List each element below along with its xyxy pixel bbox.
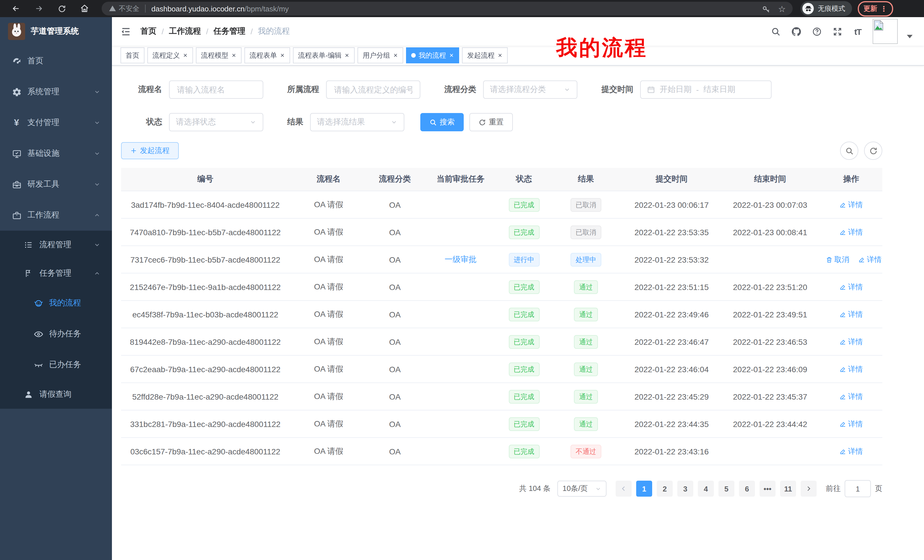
cell-actions: 详情 <box>820 355 882 383</box>
page-number-button[interactable]: 11 <box>780 481 796 497</box>
browser-reload-icon[interactable] <box>50 1 73 16</box>
cell-process-name: OA 请假 <box>290 328 368 355</box>
tab-home[interactable]: 首页 <box>120 47 144 63</box>
navbar-actions: tT <box>770 19 924 44</box>
tab-close-icon[interactable] <box>280 52 285 59</box>
page-number-button[interactable]: 4 <box>698 481 714 497</box>
app-logo-row[interactable]: 芋道管理系统 <box>0 17 112 46</box>
process-name-input[interactable] <box>169 81 263 99</box>
search-button[interactable]: 搜索 <box>420 113 464 131</box>
browser-forward-icon[interactable] <box>27 1 50 16</box>
sidebar-item-system[interactable]: 系统管理 <box>0 76 112 107</box>
search-icon <box>429 118 437 126</box>
fullscreen-icon[interactable] <box>831 26 843 37</box>
browser-home-icon[interactable] <box>73 1 96 16</box>
font-size-icon[interactable]: tT <box>852 26 864 37</box>
cell-result: 已取消 <box>549 191 623 219</box>
pen-icon <box>840 229 846 235</box>
sidebar-item-workflow[interactable]: 工作流程 <box>0 200 112 231</box>
breadcrumb-home[interactable]: 首页 <box>141 26 156 36</box>
breadcrumb-task-management[interactable]: 任务管理 <box>214 26 246 36</box>
result-select[interactable]: 请选择流结果 <box>310 113 404 131</box>
avatar[interactable] <box>873 19 898 44</box>
detail-link[interactable]: 详情 <box>840 364 863 374</box>
refresh-table-button[interactable] <box>864 142 882 160</box>
sidebar-item-todo-tasks[interactable]: 待办任务 <box>0 319 112 349</box>
sidebar-item-payment[interactable]: ¥ 支付管理 <box>0 107 112 138</box>
status-select[interactable]: 请选择状态 <box>169 113 263 131</box>
sidebar-item-my-process[interactable]: 我的流程 <box>0 288 112 319</box>
github-icon[interactable] <box>790 26 802 37</box>
prev-page-button[interactable] <box>616 481 632 497</box>
browser-back-icon[interactable] <box>4 1 27 16</box>
detail-link[interactable]: 详情 <box>840 391 863 401</box>
detail-link[interactable]: 详情 <box>840 419 863 429</box>
sidebar-item-infrastructure[interactable]: 基础设施 <box>0 138 112 169</box>
detail-link[interactable]: 详情 <box>858 254 882 265</box>
tab-close-icon[interactable] <box>231 52 236 59</box>
cell-process-name: OA 请假 <box>290 437 368 465</box>
page-number-button[interactable]: 3 <box>677 481 693 497</box>
toggle-search-button[interactable] <box>840 142 858 160</box>
date-range-picker[interactable]: 开始日期 - 结束日期 <box>640 81 771 99</box>
detail-link[interactable]: 详情 <box>840 337 863 347</box>
page-number-button[interactable]: 5 <box>718 481 734 497</box>
tab-close-icon[interactable] <box>344 52 350 59</box>
process-definition-input[interactable] <box>326 81 420 99</box>
table-row: ec45f38f-7b9a-11ec-b03b-acde48001122 OA … <box>121 301 882 328</box>
sidebar-item-process-management[interactable]: 流程管理 <box>0 231 112 259</box>
cell-submit-time: 2022-01-22 23:49:46 <box>623 301 720 328</box>
tab-close-icon[interactable] <box>393 52 398 59</box>
detail-link[interactable]: 详情 <box>840 227 863 237</box>
address-bar[interactable]: 不安全 dashboard.yudao.iocoder.cn/bpm/task/… <box>102 2 793 15</box>
breadcrumb-workflow[interactable]: 工作流程 <box>169 26 201 36</box>
task-flag-icon <box>23 268 34 279</box>
sidebar-item-done-tasks[interactable]: 已办任务 <box>0 349 112 380</box>
tab-process-definition[interactable]: 流程定义 <box>147 47 193 63</box>
reset-button[interactable]: 重置 <box>470 113 513 131</box>
page-number-button[interactable]: 2 <box>657 481 673 497</box>
browser-update-button[interactable]: 更新 ⋮ <box>858 1 893 16</box>
page-number-button[interactable]: 1 <box>636 481 652 497</box>
tab-user-group[interactable]: 用户分组 <box>357 47 403 63</box>
sidebar-item-home[interactable]: 首页 <box>0 46 112 76</box>
tab-close-icon[interactable] <box>497 52 502 59</box>
cell-process-id: ec45f38f-7b9a-11ec-b03b-acde48001122 <box>121 301 290 328</box>
tab-process-form[interactable]: 流程表单 <box>244 47 290 63</box>
process-category-select[interactable]: 请选择流程分类 <box>483 81 578 99</box>
cell-status: 已完成 <box>499 219 549 246</box>
cancel-link[interactable]: 取消 <box>826 254 849 265</box>
sidebar-item-leave-query[interactable]: 请假查询 <box>0 380 112 409</box>
tab-close-icon[interactable] <box>449 52 454 59</box>
search-icon[interactable] <box>770 26 781 37</box>
bookmark-star-icon[interactable]: ☆ <box>778 4 786 13</box>
next-page-button[interactable] <box>801 481 817 497</box>
detail-link[interactable]: 详情 <box>840 282 863 292</box>
tab-start-process[interactable]: 发起流程 <box>462 47 508 63</box>
detail-link[interactable]: 详情 <box>840 199 863 210</box>
start-process-button[interactable]: 发起流程 <box>121 142 179 159</box>
page-number-button[interactable]: ••• <box>759 481 776 497</box>
help-icon[interactable] <box>811 26 822 37</box>
cell-actions: 详情 <box>820 273 882 301</box>
filter-label: 结果 <box>287 117 303 127</box>
avatar-caret-icon[interactable] <box>907 35 913 38</box>
sidebar-item-task-management[interactable]: 任务管理 <box>0 259 112 288</box>
breadcrumb: 首页 工作流程 任务管理 我的流程 <box>141 26 290 36</box>
cell-actions: 详情 <box>820 437 882 465</box>
current-task-link[interactable]: 一级审批 <box>445 254 477 264</box>
sidebar-item-dev-tools[interactable]: 研发工具 <box>0 169 112 200</box>
browser-menu-icon[interactable]: ⋮ <box>880 4 888 13</box>
tab-process-model[interactable]: 流程模型 <box>196 47 242 63</box>
detail-link[interactable]: 详情 <box>840 309 863 319</box>
jump-page-input[interactable] <box>844 480 871 497</box>
plus-icon <box>130 147 137 154</box>
detail-link[interactable]: 详情 <box>840 446 863 457</box>
page-number-button[interactable]: 6 <box>739 481 755 497</box>
page-size-select[interactable]: 10条/页 <box>557 481 606 497</box>
sidebar-collapse-icon[interactable] <box>120 26 131 37</box>
key-icon[interactable] <box>762 4 770 13</box>
tab-close-icon[interactable] <box>183 52 188 59</box>
tab-my-process[interactable]: 我的流程 <box>406 47 459 63</box>
tab-process-form-edit[interactable]: 流程表单-编辑 <box>293 47 355 63</box>
